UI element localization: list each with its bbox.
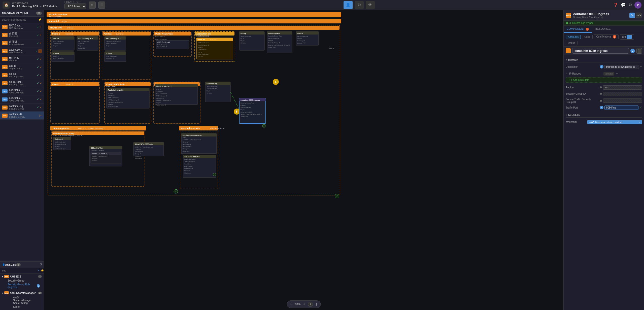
traffic-port-input[interactable] <box>604 106 638 110</box>
sidebar-item-alb80ingr[interactable]: aws alb-80-ingr... Security Group... ✓ ✓ <box>0 79 44 87</box>
sidebar-item-si4918[interactable]: aws si-4918 Internet Gatew... ✓ ✓ <box>0 39 44 47</box>
zoom-out-btn[interactable]: − <box>290 302 292 306</box>
domain-section-title: domain <box>568 58 642 61</box>
sidebar-item-container8[interactable]: aws container-8... Security Group... ! × <box>0 112 44 120</box>
domain-section-header[interactable]: ▾ domain <box>566 57 642 62</box>
svg-text:AWS IAM Policy Statement: AWS IAM Policy Statement <box>92 155 107 157</box>
assets-search-input[interactable] <box>2 269 37 272</box>
svg-text:AWS Credential: AWS Credential <box>78 41 89 42</box>
svg-text:Route Table ID: Route Table ID <box>157 46 167 48</box>
filter-icon[interactable]: ⚡ <box>38 18 42 21</box>
si4918-warn: ✓ <box>40 41 42 45</box>
zoom-download-btn[interactable]: ↓ <box>315 302 317 306</box>
subtab-qualifications[interactable]: Qualifications 1 <box>594 34 619 39</box>
preview-mode-btn[interactable]: 👁 <box>366 1 375 9</box>
sm-name: AWS SecretsManager <box>10 292 36 294</box>
description-edit-icon[interactable]: ✏ <box>640 65 642 68</box>
component-name-input[interactable] <box>572 48 629 54</box>
sg-id-field-row: Security Group ID <box>566 91 642 97</box>
assets-count: 4 <box>16 263 21 266</box>
rp-header: aws container-8080-ingress Security Grou… <box>564 10 644 21</box>
svg-text:Statement: Statement <box>135 158 142 159</box>
diff-add-btn[interactable]: + <box>627 35 632 39</box>
asset-security-group-rule[interactable]: Security Group Rule (Ingress) 1 <box>2 283 42 289</box>
changeset-select[interactable]: ECS Infra <box>64 4 86 9</box>
credential-value-btn[interactable]: AWS Credential si-tools-sandbox × <box>587 120 642 124</box>
container8-name: container-8... <box>9 113 38 116</box>
sidebar-item-albsg[interactable]: aws alb-sg Security Group ✓ ✓ <box>0 71 44 79</box>
http80-check: ✓ <box>37 57 39 61</box>
cs-btn-2[interactable]: ☰ <box>98 2 105 9</box>
rp-title-area: container-8080-ingress Security Group Ru… <box>573 12 627 18</box>
tab-resource[interactable]: RESOURCE <box>592 26 614 33</box>
diagram-area[interactable]: si-tools-sandbox AWS Credential us-east-… <box>44 10 563 310</box>
aws-sm-header[interactable]: ▾ aws AWS SecretsManager 2 <box>2 291 42 295</box>
svg-text:Public 2: Public 2 <box>104 33 112 35</box>
asset-sm-secret-string[interactable]: AWS SecretsManager Secret String <box>8 296 40 305</box>
sidebar-items-list: aws NAT Gate... NAT Gateway ✓ ✓ aws si-5… <box>0 23 44 261</box>
rp-content: ▾ domain Description 3 ✏ ↳ IP <box>564 55 644 310</box>
credential-remove-btn[interactable]: × <box>639 121 640 123</box>
sidebar-item-http80[interactable]: aws HTTP-80 Listener ✓ ✓ <box>0 55 44 63</box>
component-3d-btn[interactable]: ⬛ <box>636 48 642 54</box>
add-array-item-btn[interactable]: + + Add array item <box>566 77 642 83</box>
sidebar-item-ecstasks-poli[interactable]: aws ecs-tasks... AWS IAM Poli... ✓ ✓ <box>0 95 44 104</box>
add-array-plus: + <box>568 79 570 81</box>
subtab-attributes[interactable]: Attributes <box>566 35 581 39</box>
zoom-help-btn[interactable]: ? <box>308 302 313 307</box>
svg-text:Region: Region <box>156 102 161 104</box>
assets-search-bar: × ⚡ <box>0 268 44 273</box>
asset-secret[interactable]: Secret <box>8 305 40 309</box>
svg-text:container-8080-ingress: container-8080-ingress <box>241 99 260 101</box>
settings-btn[interactable]: ⚙ <box>628 3 632 7</box>
subtab-diff[interactable]: Diff + <box>620 34 634 40</box>
rp-edit-btn[interactable]: ✎ <box>629 13 635 18</box>
secrets-section-header[interactable]: ▾ secrets <box>566 113 642 118</box>
http80-sub: Listener <box>9 59 35 62</box>
svg-text:NotPrincipal: NotPrincipal <box>183 144 191 145</box>
subtab-code[interactable]: Code <box>582 35 593 39</box>
svg-text:Principal: Principal <box>183 148 188 150</box>
diagram-mode-btn[interactable]: 👤 <box>344 1 353 9</box>
security-group-rule-badge: 1 <box>37 284 40 288</box>
description-input[interactable] <box>604 65 639 69</box>
svg-text:AWS Credential: AWS Credential <box>268 38 279 39</box>
search-input[interactable] <box>2 18 37 21</box>
ip-ranges-empty: (empty) <box>603 72 614 76</box>
asset-security-group[interactable]: Security Group <box>2 279 42 283</box>
assets-clear-icon[interactable]: × <box>38 269 40 272</box>
avatar[interactable]: P <box>634 2 641 9</box>
container8-info: container-8... Security Group... <box>9 113 38 118</box>
zoom-in-btn[interactable]: + <box>303 302 305 306</box>
changeset-label: CHANGE SET: <box>64 1 86 4</box>
sidebar-item-apptg[interactable]: aws app-tg Target Group ✓ ✓ <box>0 63 44 71</box>
application-add-btn[interactable]: + <box>38 49 42 53</box>
sidebar-item-nat-gateway[interactable]: aws NAT Gate... NAT Gateway ✓ ✓ <box>0 23 44 31</box>
tab-component[interactable]: COMPONENT × <box>564 26 592 33</box>
sg-id-striped <box>603 92 642 96</box>
svg-text:NAT Gateway: NAT Gateway <box>157 44 167 46</box>
svg-text:AWS Credential: AWS Credential <box>198 53 208 55</box>
svg-text:AWS Credential: AWS Credential <box>241 107 251 108</box>
changes-mode-btn[interactable]: ⚙ <box>355 1 364 9</box>
help-btn[interactable]: ❓ <box>613 3 618 7</box>
component-color-swatch[interactable] <box>566 48 571 53</box>
container8-sub: Security Group... <box>9 116 38 118</box>
ip-ranges-edit-icon[interactable]: ✏ <box>616 72 618 75</box>
sm-aws-logo: aws <box>4 291 9 294</box>
svg-text:VPC ID: VPC ID <box>156 88 161 90</box>
sidebar-item-application[interactable]: aws application... Loadbalancer... ✓ + <box>0 47 44 55</box>
subtab-debug[interactable]: Debug <box>566 41 578 45</box>
cs-btn-1[interactable]: ⊞ <box>89 2 96 9</box>
assets-collapse-icon[interactable]: 👤 <box>2 263 5 266</box>
svg-text:Region: Region <box>55 146 59 147</box>
svg-text:✓: ✓ <box>336 195 338 197</box>
assets-filter-icon[interactable]: ⚡ <box>41 269 44 272</box>
sidebar-item-ecstasks-role[interactable]: aws ecs-tasks-... AWS IAM Role ✓ ✓ <box>0 87 44 95</box>
discord-btn[interactable]: 💬 <box>621 3 626 7</box>
assets-help-icon[interactable]: ? <box>40 263 42 266</box>
sidebar-item-si5755[interactable]: aws si-5755 Elastic IP ✓ ✓ <box>0 31 44 39</box>
rp-code-btn[interactable]: </> <box>636 13 641 18</box>
aws-ec2-header[interactable]: ▾ aws AWS EC2 2 <box>2 274 42 279</box>
sidebar-item-containersg[interactable]: aws container-sg Security Group ✓ ✓ <box>0 104 44 112</box>
